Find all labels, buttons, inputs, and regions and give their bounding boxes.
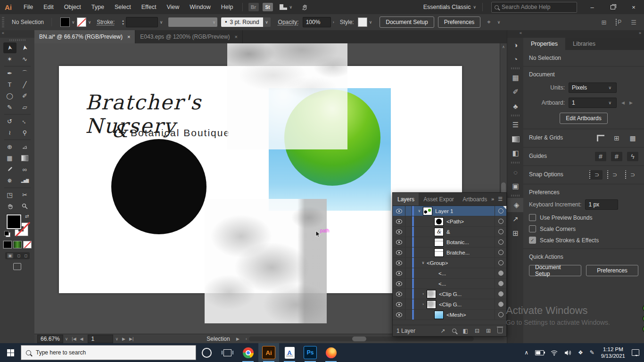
chevron-down-icon[interactable]: ∨ xyxy=(367,20,374,25)
scale-corners-checkbox[interactable] xyxy=(529,225,536,232)
visibility-toggle[interactable] xyxy=(393,206,405,216)
gradient-tool[interactable] xyxy=(18,153,32,164)
target-cell[interactable] xyxy=(495,268,506,278)
type-tool[interactable]: T xyxy=(3,79,17,90)
layer-row[interactable]: && xyxy=(393,227,506,237)
color-guide-panel-icon[interactable]: ◔ xyxy=(507,52,524,66)
quick-document-setup-button[interactable]: Document Setup xyxy=(529,265,581,276)
arrange-documents-icon[interactable] xyxy=(280,4,287,10)
menu-effect[interactable]: Effect xyxy=(136,4,162,10)
chevron-down-icon[interactable]: ∨ xyxy=(263,17,271,27)
fill-proxy-swatch[interactable] xyxy=(7,214,21,229)
eraser-tool[interactable]: ▱ xyxy=(18,102,32,113)
rotate-tool[interactable]: ↺ xyxy=(3,116,17,127)
make-clipping-mask-icon[interactable]: ◧ xyxy=(463,328,468,334)
fill-color-swatch[interactable] xyxy=(60,17,70,27)
visibility-toggle[interactable] xyxy=(393,310,405,320)
target-cell[interactable] xyxy=(495,258,506,268)
collapse-tools-icon[interactable]: « xyxy=(0,30,34,38)
layer-thumbnail[interactable] xyxy=(423,207,432,215)
horizontal-scroll-thumb[interactable] xyxy=(352,337,366,341)
eyedropper-tool[interactable] xyxy=(3,164,17,175)
tab-asset-export[interactable]: Asset Expor xyxy=(419,193,458,206)
last-artboard-icon[interactable]: ▶| xyxy=(129,337,133,341)
document-tab-active[interactable]: BN.ai* @ 66.67% (RGB/Preview) × xyxy=(34,30,135,43)
layer-row[interactable]: ∨Layer 1 xyxy=(393,206,506,216)
stroke-color-swatch[interactable] xyxy=(77,17,86,27)
fill-stroke-control[interactable]: ⇄ xyxy=(7,214,28,236)
stroke-weight-input[interactable] xyxy=(126,17,158,27)
visibility-toggle[interactable] xyxy=(393,237,405,247)
wifi-icon[interactable] xyxy=(551,350,558,356)
layer-row[interactable]: ›<Clip G... xyxy=(393,289,506,299)
panel-menu-icon[interactable]: ☰ xyxy=(631,19,636,26)
layer-name[interactable]: <Clip G... xyxy=(439,291,462,297)
battery-icon[interactable] xyxy=(535,350,544,355)
visibility-toggle[interactable] xyxy=(393,268,405,278)
show-rulers-icon[interactable] xyxy=(595,133,606,143)
perspective-grid-tool[interactable]: ⊿ xyxy=(18,141,32,152)
stroke-weight-stepper[interactable]: ▴ ▾ xyxy=(122,19,124,25)
visibility-toggle[interactable] xyxy=(393,289,405,299)
line-segment-tool[interactable]: ╱ xyxy=(18,79,32,90)
restore-button[interactable] xyxy=(603,0,623,14)
opacity-input[interactable]: 100% xyxy=(303,17,331,27)
lock-toggle[interactable] xyxy=(405,206,412,216)
color-mode-button[interactable] xyxy=(3,241,12,248)
tab-properties[interactable]: Properties xyxy=(523,38,565,50)
close-tab-icon[interactable]: × xyxy=(235,34,238,40)
target-cell[interactable] xyxy=(495,216,506,226)
visibility-toggle[interactable] xyxy=(393,258,405,268)
expand-panel-icon[interactable]: » xyxy=(523,30,644,38)
isolate-selection-icon[interactable]: ⌖ xyxy=(487,18,490,26)
layer-row[interactable]: <... xyxy=(393,279,506,289)
watercolor-texture-top[interactable] xyxy=(227,43,347,149)
menu-help[interactable]: Help xyxy=(216,4,239,10)
expand-chevron-icon[interactable]: ∨ xyxy=(416,209,423,213)
next-artboard-icon[interactable]: ▶ xyxy=(629,100,633,105)
show-guides-icon[interactable]: # xyxy=(595,152,606,161)
tab-artboards[interactable]: Artboards xyxy=(458,193,491,206)
taskbar-firefox[interactable] xyxy=(321,343,341,362)
lock-toggle[interactable] xyxy=(405,216,412,226)
scroll-up-icon[interactable]: ∧ xyxy=(500,45,507,49)
menu-view[interactable]: View xyxy=(161,4,184,10)
minimize-button[interactable]: – xyxy=(582,0,603,14)
taskbar-illustrator[interactable]: Ai xyxy=(258,343,279,362)
taskbar-document-app[interactable]: A xyxy=(279,343,300,362)
layer-row[interactable]: Bratche... xyxy=(393,247,506,258)
adobe-help-search[interactable]: Search Adobe Help xyxy=(491,2,577,13)
pen-input-icon[interactable]: ✎ xyxy=(590,349,594,356)
document-setup-button[interactable]: Document Setup xyxy=(380,16,434,28)
swap-fill-stroke-icon[interactable]: ⇄ xyxy=(25,214,29,219)
visibility-toggle[interactable] xyxy=(393,227,405,237)
stroke-weight-label[interactable]: Stroke: xyxy=(97,19,115,25)
menu-object[interactable]: Object xyxy=(59,4,86,10)
layer-name[interactable]: Botanic... xyxy=(446,239,469,245)
visibility-toggle[interactable] xyxy=(393,299,405,309)
delete-layer-icon[interactable] xyxy=(497,328,503,333)
show-grid-icon[interactable]: ⊞ xyxy=(611,133,622,143)
quick-preferences-button[interactable]: Preferences xyxy=(586,265,638,276)
blend-tool[interactable]: ∞ xyxy=(18,164,32,175)
layer-row[interactable]: <... xyxy=(393,268,506,279)
layer-thumbnail[interactable] xyxy=(434,311,444,319)
target-cell[interactable] xyxy=(495,227,506,237)
chevron-down-icon[interactable]: ∨ xyxy=(287,5,295,9)
stock-button[interactable]: St xyxy=(263,3,273,11)
chevron-left-icon[interactable]: ‹ xyxy=(246,337,247,341)
task-view-button[interactable] xyxy=(217,343,238,362)
layer-row[interactable]: ∨<Group> xyxy=(393,258,506,268)
width-tool[interactable]: ≀ xyxy=(3,127,17,138)
status-expand-icon[interactable]: ▶ xyxy=(236,337,239,341)
artboard-number-dropdown[interactable]: 1 xyxy=(88,335,113,343)
snap-to-grid-icon[interactable]: ⊃ xyxy=(589,170,603,180)
layer-name[interactable]: Layer 1 xyxy=(435,208,453,214)
logo-ampersand[interactable]: & xyxy=(112,121,128,141)
curvature-tool[interactable]: ⌒ xyxy=(18,68,32,79)
collapse-dock-icon[interactable]: « xyxy=(507,30,524,38)
draw-normal-icon[interactable]: ▣ xyxy=(7,253,14,258)
scale-tool[interactable]: ↔ xyxy=(18,116,32,127)
snap-grid-icon[interactable]: ⊞ xyxy=(601,19,606,26)
previous-artboard-icon[interactable]: ◀ xyxy=(621,100,625,105)
